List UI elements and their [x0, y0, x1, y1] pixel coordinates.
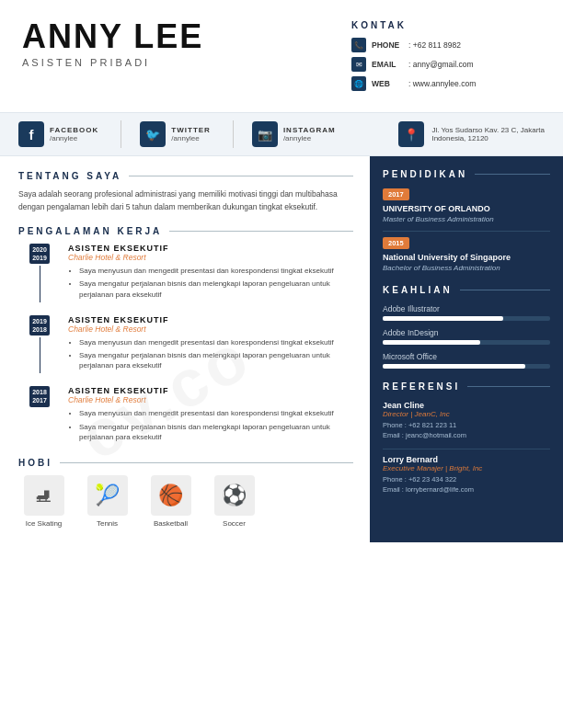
left-column: TENTANG SAYA Saya adalah seorang profesi… — [0, 156, 370, 542]
work-content-2: ASISTEN EKSEKUTIF Charlie Hotel & Resort… — [61, 315, 353, 374]
bullet: Saya menyusun dan mengedit presentasi da… — [79, 266, 353, 276]
ref-phone-1: Phone : +62 821 223 11 — [383, 421, 550, 429]
year-box-3: 20182017 — [29, 386, 50, 406]
job-title-1: ASISTEN EKSEKUTIF — [68, 244, 353, 253]
skill-illustrator: Adobe Illustrator — [383, 304, 550, 321]
header: ANNY LEE ASISTEN PRIBADI KONTAK 📞 PHONE … — [0, 0, 563, 112]
ref-email-1: Email : jeanc@hotmail.com — [383, 431, 550, 439]
ref-item-1: Jean Cline Director | JeanC, Inc Phone :… — [383, 401, 550, 439]
facebook-item: f FACEBOOK /annylee — [18, 121, 98, 147]
edu-year-2: 2015 — [383, 237, 409, 249]
hobi-ice-skating: ⛸ Ice Skating — [18, 475, 69, 528]
work-content-3: ASISTEN EKSEKUTIF Charlie Hotel & Resort… — [61, 386, 353, 445]
hobi-basketball: 🏀 Basketball — [145, 475, 196, 528]
about-title: TENTANG SAYA — [18, 171, 353, 181]
bullet: Saya mengatur perjalanan bisnis dan mele… — [79, 279, 353, 299]
hobi-section: HOBI ⛸ Ice Skating 🎾 Tennis 🏀 Basketball — [18, 458, 353, 528]
ref-name-1: Jean Cline — [383, 401, 550, 410]
about-section: TENTANG SAYA Saya adalah seorang profesi… — [18, 171, 353, 213]
hobi-title: HOBI — [18, 458, 353, 468]
ref-email-2: Email : lorrybernard@life.com — [383, 485, 550, 494]
timeline-left-1: 20202019 — [18, 244, 61, 302]
edu-item-2: 2015 National University of Singapore Ba… — [383, 237, 550, 272]
instagram-item: 📷 INSTAGRAM /annylee — [252, 121, 336, 147]
kontak-section: KONTAK 📞 PHONE : +62 811 8982 ✉ EMAIL : … — [351, 20, 545, 96]
job-bullets-2: Saya menyusun dan mengedit presentasi da… — [68, 337, 353, 371]
location-icon: 📍 — [398, 121, 424, 147]
skill-msoffice: Microsoft Office — [383, 352, 550, 369]
twitter-item: 🐦 TWITTER /annylee — [140, 121, 211, 147]
timeline: 20202019 ASISTEN EKSEKUTIF Charlie Hotel… — [18, 244, 353, 445]
work-content-1: ASISTEN EKSEKUTIF Charlie Hotel & Resort… — [61, 244, 353, 302]
work-section: PENGALAMAN KERJA 20202019 ASISTEN EKSEKU… — [18, 226, 353, 445]
work-item-1: 20202019 ASISTEN EKSEKUTIF Charlie Hotel… — [18, 244, 353, 302]
right-column: PENDIDIKAN 2017 UNIVERSITY OF ORLANDO Ma… — [370, 156, 563, 542]
kontak-web: 🌐 WEB : www.annylee.com — [351, 76, 545, 91]
referensi-title: REFERENSI — [383, 381, 550, 392]
twitter-icon: 🐦 — [140, 121, 166, 147]
hobi-soccer: ⚽ Soccer — [209, 475, 259, 528]
edu-degree-1: Master of Business Administration — [383, 215, 550, 223]
skill-bar-illustrator — [383, 316, 503, 321]
work-item-3: 20182017 ASISTEN EKSEKUTIF Charlie Hotel… — [18, 386, 353, 445]
ice-skating-icon: ⛸ — [24, 475, 64, 516]
social-divider-1 — [121, 120, 121, 148]
skill-bar-msoffice — [383, 364, 525, 369]
edu-item-1: 2017 UNIVERSITY OF ORLANDO Master of Bus… — [383, 188, 550, 223]
social-divider-2 — [233, 120, 234, 148]
tennis-icon: 🎾 — [87, 475, 128, 516]
web-icon: 🌐 — [351, 76, 366, 91]
facebook-icon: f — [18, 121, 44, 147]
edu-degree-2: Bachelor of Business Administration — [383, 264, 550, 272]
skill-indesign: Adobe InDesign — [383, 328, 550, 345]
email-icon: ✉ — [351, 57, 366, 72]
ref-phone-2: Phone : +62 23 434 322 — [383, 475, 550, 483]
kontak-email: ✉ EMAIL : anny@gmail.com — [351, 57, 545, 72]
pendidikan-title: PENDIDIKAN — [383, 169, 550, 179]
basketball-icon: 🏀 — [151, 475, 191, 516]
address-item: 📍 Jl. Yos Sudarso Kav. 23 C, JakartaIndo… — [398, 121, 545, 147]
timeline-left-2: 20192018 — [18, 315, 61, 374]
edu-school-1: UNIVERSITY OF ORLANDO — [383, 204, 550, 213]
job-title-3: ASISTEN EKSEKUTIF — [68, 386, 353, 395]
referensi-section: REFERENSI Jean Cline Director | JeanC, I… — [383, 381, 550, 494]
pendidikan-section: PENDIDIKAN 2017 UNIVERSITY OF ORLANDO Ma… — [383, 169, 550, 272]
skill-bar-indesign — [383, 340, 480, 345]
edu-school-2: National University of Singapore — [383, 253, 550, 262]
address-text: Jl. Yos Sudarso Kav. 23 C, JakartaIndone… — [431, 126, 545, 142]
job-company-1: Charlie Hotel & Resort — [68, 253, 353, 262]
header-left: ANNY LEE ASISTEN PRIBADI — [22, 20, 351, 68]
work-title: PENGALAMAN KERJA — [18, 226, 353, 236]
ref-role-1: Director | JeanC, Inc — [383, 410, 550, 418]
ref-divider — [383, 449, 550, 449]
name: ANNY LEE — [22, 20, 351, 53]
hobi-items: ⛸ Ice Skating 🎾 Tennis 🏀 Basketball ⚽ So… — [18, 475, 353, 528]
about-text: Saya adalah seorang profesional administ… — [18, 188, 353, 213]
subtitle: ASISTEN PRIBADI — [22, 57, 351, 68]
ref-item-2: Lorry Bernard Executive Manajer | Bright… — [383, 455, 550, 494]
instagram-icon: 📷 — [252, 121, 278, 147]
timeline-left-3: 20182017 — [18, 386, 61, 445]
work-item-2: 20192018 ASISTEN EKSEKUTIF Charlie Hotel… — [18, 315, 353, 374]
job-bullets-3: Saya menyusun dan mengedit presentasi da… — [68, 408, 353, 442]
job-company-2: Charlie Hotel & Resort — [68, 324, 353, 334]
social-bar: f FACEBOOK /annylee 🐦 TWITTER /annylee 📷… — [0, 112, 563, 156]
hobi-tennis: 🎾 Tennis — [82, 475, 132, 528]
bullet: Saya menyusun dan mengedit presentasi da… — [79, 337, 353, 347]
kontak-title: KONTAK — [351, 20, 545, 30]
keahlian-title: KEAHLIAN — [383, 285, 550, 295]
bullet: Saya menyusun dan mengedit presentasi da… — [79, 408, 353, 418]
main-content: TENTANG SAYA Saya adalah seorang profesi… — [0, 156, 563, 542]
bullet: Saya mengatur perjalanan bisnis dan mele… — [79, 422, 353, 442]
bullet: Saya mengatur perjalanan bisnis dan mele… — [79, 350, 353, 370]
year-box-2: 20192018 — [29, 315, 50, 336]
job-bullets-1: Saya menyusun dan mengedit presentasi da… — [68, 266, 353, 300]
phone-icon: 📞 — [351, 38, 366, 52]
job-company-3: Charlie Hotel & Resort — [68, 395, 353, 404]
year-box-1: 20202019 — [29, 244, 50, 264]
keahlian-section: KEAHLIAN Adobe Illustrator Adobe InDesig… — [383, 285, 550, 369]
edu-year-1: 2017 — [383, 188, 409, 200]
kontak-phone: 📞 PHONE : +62 811 8982 — [351, 38, 545, 52]
ref-role-2: Executive Manajer | Bright, Inc — [383, 464, 550, 472]
edu-divider — [383, 231, 550, 232]
